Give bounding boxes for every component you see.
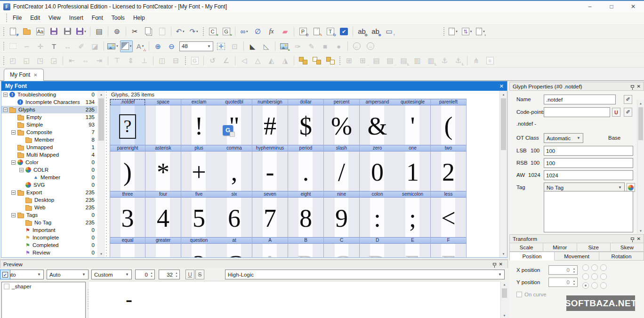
glyph-cell-exclam[interactable]: exclam! [181,99,217,145]
glyph-cell-at[interactable]: at@ [217,237,252,257]
glyph-cell-numbersign[interactable]: numbersign# [252,99,288,145]
union-contours-button[interactable] [297,55,309,66]
ot-class-select[interactable]: Automatic▼ [544,133,583,143]
zoom-level-combo[interactable]: 48▼ [179,41,213,51]
spinner-arrows-icon[interactable]: ▲▼ [571,266,577,274]
tree-item-svg[interactable]: SVG0 [1,181,97,189]
glyph-cell-percent[interactable]: percent% [324,99,360,145]
text-tool[interactable]: T [48,40,60,52]
close-icon[interactable]: ✕ [637,84,641,89]
break-link-button[interactable]: ∅ [251,25,264,37]
glyph-cell-parenleft[interactable]: parenleft( [431,99,467,145]
scrollbar-thumb[interactable] [501,98,506,150]
tree-item-important[interactable]: ⚑Important0 [1,226,97,234]
glyph-cell-zero[interactable]: zero0 [360,145,395,191]
toolbar-grip[interactable] [338,56,341,66]
glyph-cell-C[interactable]: CC [324,237,360,257]
sort-glyphs-button[interactable]: ⇅▾ [460,25,473,37]
maximize-button[interactable]: □ [601,1,622,12]
tree-item-incomplete[interactable]: ⚑Incomplete0 [1,234,97,241]
insert-image-button[interactable]: + [278,40,290,52]
glyph-cell-ampersand[interactable]: ampersand& [360,99,395,145]
glyph-cell-plus[interactable]: plus+ [181,145,217,191]
features-select[interactable]: Custom▼ [91,270,132,279]
spinner-arrows-icon[interactable]: ▲▼ [149,271,154,278]
tree-item-member[interactable]: Member8 [1,136,97,143]
font-size-stepper[interactable]: 32▲▼ [159,270,180,279]
live-update-toggle[interactable]: ✔ [0,270,10,279]
save-button[interactable] [48,25,60,37]
glyph-cell-hyphenminus[interactable]: hyphenminus- [252,145,288,191]
anchor-radio-0[interactable] [582,264,589,271]
glyph-cell-.notdef[interactable]: .notdef? [110,99,145,145]
glyph-cell-B[interactable]: BB [288,237,324,257]
expander-icon[interactable] [11,213,16,217]
font-validation-button[interactable]: ✔ [338,25,350,37]
glyph-cell-six[interactable]: six6 [217,191,252,237]
glyph-cell-less[interactable]: less< [431,191,467,237]
undo-button[interactable]: ↶▾ [174,25,186,37]
glyph-cell-greater[interactable]: greater> [145,237,181,257]
glyph-cell-space[interactable]: space [145,99,181,145]
zoom-in-button[interactable]: ⊕ [152,40,164,52]
tab-skew[interactable]: Skew [611,243,644,252]
scrollbar-thumb[interactable] [638,107,643,140]
glyph-cell-question[interactable]: question? [181,237,217,257]
x-position-stepper[interactable]: 0 ▲▼ [548,265,578,275]
opentype-features-button[interactable]: fx [265,25,278,37]
y-position-stepper[interactable]: 0 ▲▼ [548,278,578,287]
new-font-button[interactable]: F [7,25,19,37]
expander-icon[interactable] [11,160,16,165]
web-names-button[interactable]: ab⊕ [369,25,382,37]
point-display-button[interactable]: A∴▾ [134,40,146,52]
page-setup-button[interactable]: ◖▾ [474,25,487,37]
tree-item-empty[interactable]: Empty135 [1,113,97,121]
underline-button[interactable]: U [185,270,194,279]
background-image-button[interactable]: ▾ [106,40,119,52]
copy-button[interactable] [142,25,155,37]
spinner-arrows-icon[interactable]: ▲▼ [571,278,577,286]
exclude-contours-button[interactable] [324,55,337,66]
scroll-up-icon[interactable]: ▲ [501,281,508,288]
grid-scrollbar[interactable]: ▲ ▼ [499,91,507,257]
tree-item-tags[interactable]: Tags0 [1,211,97,219]
scrollbar-thumb[interactable] [98,98,104,141]
glyph-cell-dollar[interactable]: dollar$ [288,99,324,145]
tree-item-simple[interactable]: Simple93 [1,121,97,128]
tree-item-colr[interactable]: COLR0 [1,166,97,174]
menu-edit[interactable]: Edit [26,13,44,23]
anchor-radio-2[interactable] [600,264,607,271]
transform-wizard-button[interactable]: T↻ [324,25,337,37]
tree-item-color[interactable]: Color0 [1,159,97,166]
glyph-cell-comma[interactable]: comma, [217,145,252,191]
glyph-cell-equal[interactable]: equal= [110,237,145,257]
codepoints-wand-button[interactable]: ✐ [624,108,632,117]
close-icon[interactable]: ✕ [637,236,641,241]
glyph-cell-seven[interactable]: seven7 [252,191,288,237]
glyph-transformer-button[interactable]: ✎ [310,25,323,37]
glyph-cell-three[interactable]: three3 [110,191,145,237]
aw-field[interactable]: 1024 [544,170,633,180]
menu-view[interactable]: View [44,13,65,23]
open-font-button[interactable] [20,25,33,37]
contour-points-button[interactable]: ◺ [260,40,273,52]
language-select[interactable]: Auto▼ [47,270,89,279]
pin-icon[interactable] [493,263,496,265]
glyph-names-button[interactable]: ab⊙ [355,25,368,37]
panel-scrollbar[interactable]: ▲ ▼ [637,100,644,234]
toolbar-grip[interactable] [2,26,5,37]
expander-icon[interactable] [3,108,8,112]
glyph-cell-parenright[interactable]: parenright) [110,145,145,191]
redo-button[interactable]: ↷▾ [187,25,200,37]
anchor-radio-3[interactable] [582,273,589,280]
menu-tools[interactable]: Tools [107,13,129,23]
glyph-cell-slash[interactable]: slash/ [324,145,360,191]
add-glyph-button[interactable]: G+ [220,25,233,37]
glyph-cell-nine[interactable]: nine9 [324,191,360,237]
glyph-cell-F[interactable]: FF [431,237,467,257]
tree-item-no-tag[interactable]: No Tag235 [1,219,97,226]
glyph-cell-asterisk[interactable]: asterisk* [145,145,181,191]
anchor-radio-8[interactable] [600,282,607,289]
preview-scrollbar[interactable]: ▲ ▼ [500,281,508,318]
toolbar-grip[interactable] [2,56,5,66]
